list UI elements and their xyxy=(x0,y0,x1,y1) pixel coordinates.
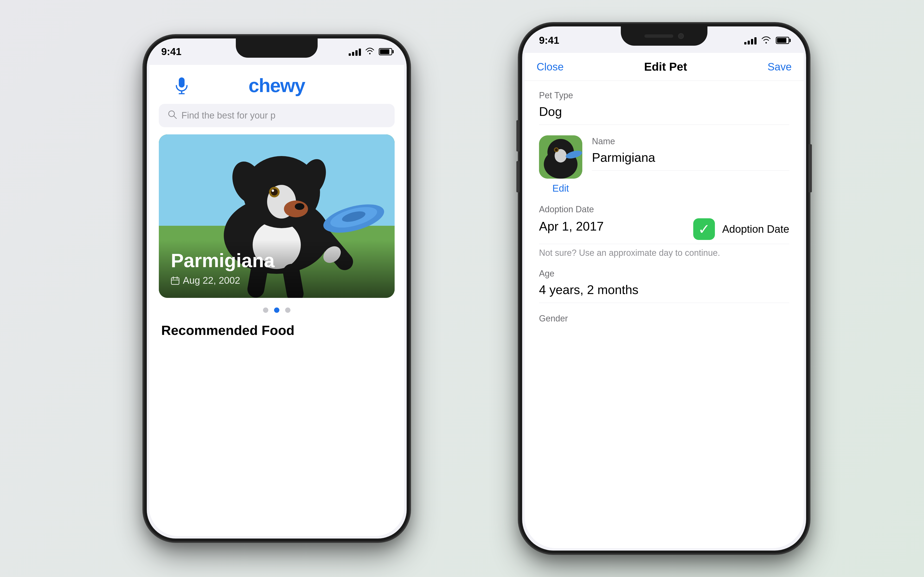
status-icons-front xyxy=(744,36,789,45)
gender-label: Gender xyxy=(539,314,789,324)
carousel-dots xyxy=(149,308,404,313)
phone-front: 9:41 xyxy=(520,24,809,553)
age-field: Age 4 years, 2 months xyxy=(539,269,789,303)
save-button[interactable]: Save xyxy=(767,61,792,73)
svg-point-16 xyxy=(272,189,274,192)
pet-avatar-image xyxy=(539,135,582,179)
close-button[interactable]: Close xyxy=(536,61,564,73)
age-label: Age xyxy=(539,269,789,279)
adoption-date-row: Apr 1, 2017 ✓ Adoption Date xyxy=(539,218,789,240)
dot-3 xyxy=(285,308,291,313)
signal-icon-front xyxy=(744,36,756,45)
chewy-app-content: chewy Find the best for your p xyxy=(149,65,404,536)
status-time-back: 9:41 xyxy=(161,46,181,58)
edit-pet-form: Pet Type Dog xyxy=(525,81,804,337)
signal-icon-back xyxy=(349,48,361,56)
adoption-badge: ✓ xyxy=(693,218,715,240)
pet-card-overlay: Parmigiana Aug 22, 2002 xyxy=(159,240,395,298)
pet-card-name: Parmigiana xyxy=(171,250,383,272)
phone-back: 9:41 xyxy=(144,36,409,541)
phone-back-screen: 9:41 xyxy=(147,39,407,538)
svg-point-15 xyxy=(271,189,278,195)
svg-line-4 xyxy=(174,116,176,119)
calendar-icon xyxy=(171,276,179,285)
adoption-date-label: Adoption Date xyxy=(539,205,789,214)
mic-button[interactable] xyxy=(173,77,190,94)
dot-1 xyxy=(263,308,268,313)
pet-type-label: Pet Type xyxy=(539,90,789,100)
edit-pet-content: Close Edit Pet Save Pet Type Dog xyxy=(525,53,804,548)
adoption-date-value[interactable]: Apr 1, 2017 xyxy=(539,219,686,239)
chewy-header: chewy xyxy=(149,65,404,104)
status-time-front: 9:41 xyxy=(539,35,559,46)
battery-icon-front xyxy=(776,37,789,44)
pet-avatar-group: Edit xyxy=(539,135,582,194)
notch-front xyxy=(621,26,708,46)
status-icons-back xyxy=(349,47,392,56)
power-button[interactable] xyxy=(809,144,812,192)
name-label: Name xyxy=(592,136,789,147)
section-title-recommended-food: Recommended Food xyxy=(149,322,404,345)
edit-photo-button[interactable]: Edit xyxy=(552,183,569,194)
wifi-icon-front xyxy=(761,36,771,45)
battery-icon-back xyxy=(379,48,392,55)
adoption-hint: Not sure? Use an approximate day to cont… xyxy=(539,248,789,258)
front-camera xyxy=(678,33,684,39)
age-value: 4 years, 2 months xyxy=(539,282,789,303)
svg-rect-0 xyxy=(179,77,184,87)
volume-down-button[interactable] xyxy=(516,161,520,192)
volume-up-button[interactable] xyxy=(516,120,520,152)
notch-back xyxy=(236,39,318,58)
gender-field: Gender xyxy=(539,314,789,324)
edit-pet-title: Edit Pet xyxy=(644,60,687,73)
wifi-icon-back xyxy=(365,47,375,56)
speaker xyxy=(645,34,673,38)
scene: 9:41 xyxy=(77,24,847,553)
search-bar[interactable]: Find the best for your p xyxy=(159,104,395,127)
pet-card[interactable]: Parmigiana Aug 22, 2002 xyxy=(159,134,395,298)
phone-front-screen: 9:41 xyxy=(522,26,806,551)
svg-point-13 xyxy=(295,203,304,210)
adoption-badge-label: Adoption Date xyxy=(722,223,789,235)
checkmark-icon: ✓ xyxy=(698,221,710,237)
pet-type-field: Pet Type Dog xyxy=(539,90,789,125)
edit-pet-nav: Close Edit Pet Save xyxy=(525,53,804,81)
pet-name-column: Name Parmigiana xyxy=(592,135,789,181)
search-icon xyxy=(168,110,177,121)
name-value[interactable]: Parmigiana xyxy=(592,150,789,171)
svg-rect-26 xyxy=(171,278,179,284)
pet-type-value[interactable]: Dog xyxy=(539,104,789,125)
svg-point-12 xyxy=(284,200,308,218)
search-bar-placeholder: Find the best for your p xyxy=(181,110,276,121)
pet-name-row: Edit Name Parmigiana xyxy=(539,135,789,194)
chewy-logo: chewy xyxy=(249,74,305,97)
dot-2 xyxy=(274,308,279,313)
pet-dob-text: Aug 22, 2002 xyxy=(183,275,240,286)
svg-point-35 xyxy=(555,148,558,151)
pet-card-dob: Aug 22, 2002 xyxy=(171,275,383,286)
